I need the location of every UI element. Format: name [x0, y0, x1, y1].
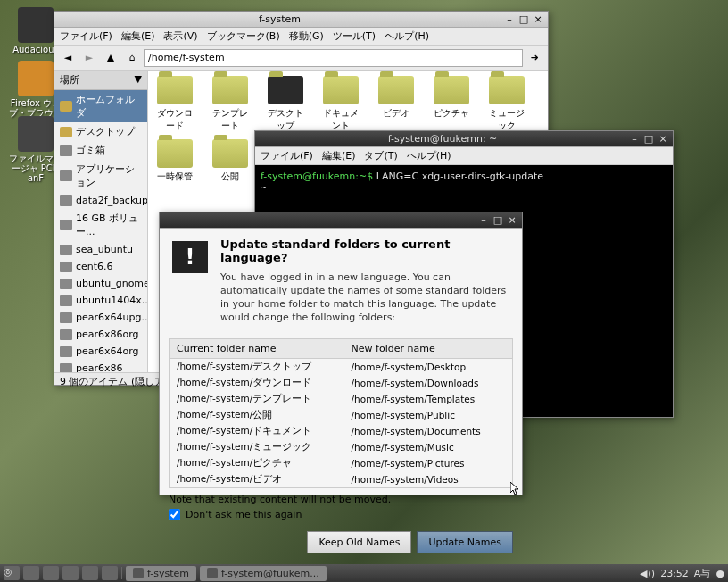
folder-item[interactable]: ドキュメント	[319, 76, 362, 132]
sidebar-item[interactable]: sea_ubuntu	[54, 241, 147, 258]
folder-item[interactable]: ピクチャ	[430, 76, 473, 132]
launcher-app[interactable]	[102, 566, 118, 580]
go-button[interactable]: ➜	[525, 48, 544, 68]
sidebar-item[interactable]: pear6x64org	[54, 343, 147, 360]
fm-menubar: ファイル(F)編集(E)表示(V)ブックマーク(B)移動(G)ツール(T)ヘルプ…	[54, 28, 548, 46]
folder-item[interactable]: テンプレート	[209, 76, 252, 132]
taskbar-item[interactable]: f-system	[126, 566, 196, 581]
tray-icon[interactable]: ◀))	[640, 568, 655, 579]
menu-item[interactable]: ファイル(F)	[60, 29, 112, 43]
close-button[interactable]: ×	[657, 133, 669, 146]
sidebar-item-label: pear6x64org	[76, 345, 139, 357]
sidebar-item[interactable]: pear6x64upg...	[54, 309, 147, 326]
sidebar-item[interactable]: cent6.6	[54, 258, 147, 275]
drive-icon	[60, 170, 72, 181]
folder-icon	[434, 76, 469, 104]
menu-item[interactable]: タブ(T)	[364, 149, 397, 162]
clock[interactable]: 23:52	[660, 568, 689, 579]
up-button[interactable]: ▲	[101, 48, 120, 68]
dont-ask-checkbox[interactable]	[169, 509, 180, 520]
sidebar-item[interactable]: pear6x86	[54, 360, 147, 372]
taskbar-item[interactable]: f-system@fuukem...	[200, 566, 327, 581]
forward-button[interactable]: ►	[79, 48, 99, 68]
keyboard-indicator[interactable]: A与	[694, 567, 711, 580]
folder-icon	[157, 139, 193, 168]
menu-item[interactable]: ヘルプ(H)	[407, 149, 451, 162]
table-row[interactable]: /home/f-system/ビデオ/home/f-system/Videos	[170, 471, 512, 487]
table-row[interactable]: /home/f-system/ピクチャ/home/f-system/Pictur…	[170, 455, 512, 471]
folder-icon	[60, 101, 72, 112]
window-icon	[207, 568, 218, 578]
folder-icon	[212, 139, 248, 168]
launcher-terminal[interactable]	[43, 566, 59, 580]
home-button[interactable]: ⌂	[122, 48, 142, 68]
fm-title: f-system	[58, 13, 501, 25]
show-desktop-button[interactable]	[23, 566, 39, 580]
maximize-button[interactable]: □	[642, 133, 655, 146]
app-icon	[18, 7, 54, 43]
sidebar-item[interactable]: pear6x86org	[54, 326, 147, 343]
path-input[interactable]	[144, 49, 523, 67]
table-row[interactable]: /home/f-system/ダウンロード/home/f-system/Down…	[170, 375, 512, 391]
table-row[interactable]: /home/f-system/テンプレート/home/f-system/Temp…	[170, 391, 512, 407]
folder-item[interactable]: ダウンロード	[153, 76, 196, 132]
minimize-button[interactable]: –	[477, 214, 490, 227]
update-folders-dialog: – □ × Update standard folders to current…	[159, 212, 523, 495]
term-titlebar[interactable]: f-system@fuukemn: ~ – □ ×	[255, 131, 673, 147]
menu-item[interactable]: ツール(T)	[333, 29, 376, 43]
menu-item[interactable]: 編集(E)	[121, 29, 155, 43]
keep-old-names-button[interactable]: Keep Old Names	[307, 531, 411, 553]
menu-item[interactable]: ファイル(F)	[261, 149, 313, 162]
close-button[interactable]: ×	[506, 214, 518, 227]
table-row[interactable]: /home/f-system/ドキュメント/home/f-system/Docu…	[170, 423, 512, 439]
table-row[interactable]: /home/f-system/デスクトップ/home/f-system/Desk…	[170, 359, 512, 376]
folder-icon	[212, 76, 248, 104]
sidebar-item[interactable]: ゴミ箱	[54, 141, 147, 160]
menu-item[interactable]: 編集(E)	[322, 149, 356, 162]
update-names-button[interactable]: Update Names	[417, 531, 513, 553]
warning-icon	[172, 241, 208, 273]
folder-item[interactable]: デスクトップ	[264, 76, 307, 132]
back-button[interactable]: ◄	[58, 48, 78, 68]
sidebar-item[interactable]: アプリケーション	[54, 160, 147, 192]
menu-item[interactable]: 表示(V)	[163, 29, 197, 43]
sidebar-item[interactable]: 16 GB ボリュー...	[54, 209, 147, 241]
maximize-button[interactable]: □	[517, 13, 530, 26]
table-row[interactable]: /home/f-system/ミュージック/home/f-system/Musi…	[170, 439, 512, 455]
minimize-button[interactable]: –	[628, 133, 641, 146]
start-button[interactable]: ◎	[4, 566, 20, 580]
sidebar-item[interactable]: data2f_backup	[54, 192, 147, 209]
sidebar-item[interactable]: ubuntu1404x...	[54, 292, 147, 309]
sidebar-item-label: pear6x86org	[76, 328, 139, 340]
folder-item[interactable]: ミュージック	[485, 76, 528, 132]
table-row[interactable]: /home/f-system/公開/home/f-system/Public	[170, 407, 512, 423]
tray-icon[interactable]: ●	[716, 568, 724, 579]
folder-item[interactable]: ビデオ	[375, 76, 418, 132]
folder-mapping-table: Current folder name New folder name /hom…	[169, 338, 513, 488]
col-new[interactable]: New folder name	[344, 339, 512, 359]
drive-icon	[60, 295, 72, 306]
close-button[interactable]: ×	[532, 13, 544, 26]
sidebar-item[interactable]: ubuntu_gnome	[54, 275, 147, 292]
launcher-browser[interactable]	[82, 566, 98, 580]
sidebar-item-label: ゴミ箱	[76, 144, 105, 157]
launcher-files[interactable]	[62, 566, 79, 580]
minimize-button[interactable]: –	[503, 13, 516, 26]
sidebar-item[interactable]: デスクトップ	[54, 122, 147, 141]
drive-icon	[60, 279, 72, 289]
folder-item[interactable]: 公開	[209, 139, 252, 183]
dialog-titlebar[interactable]: – □ ×	[160, 212, 522, 229]
sidebar-item[interactable]: ホームフォルダ	[54, 90, 147, 122]
drive-icon	[60, 146, 72, 156]
sidebar-item-label: sea_ubuntu	[76, 244, 133, 255]
drive-icon	[60, 220, 72, 230]
fm-titlebar[interactable]: f-system – □ ×	[54, 12, 548, 28]
menu-item[interactable]: ブックマーク(B)	[207, 29, 280, 43]
window-icon	[133, 568, 144, 578]
maximize-button[interactable]: □	[492, 214, 504, 227]
menu-item[interactable]: ヘルプ(H)	[385, 29, 429, 43]
folder-icon	[323, 76, 359, 104]
col-current[interactable]: Current folder name	[170, 339, 344, 359]
folder-item[interactable]: 一時保管	[153, 139, 196, 183]
menu-item[interactable]: 移動(G)	[289, 29, 324, 43]
